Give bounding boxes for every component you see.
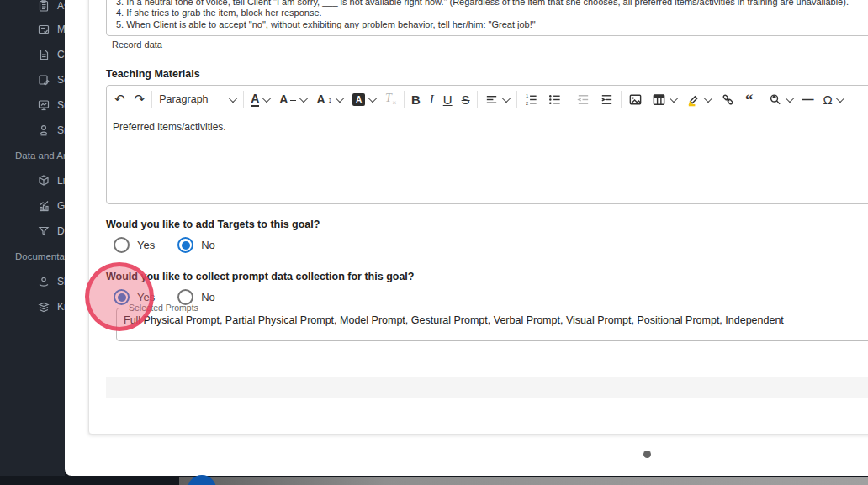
chevron-down-icon	[785, 93, 794, 103]
sidebar-item-sm[interactable]: Sm	[37, 124, 65, 137]
horizontal-rule-icon: —	[802, 92, 814, 106]
highlight-button[interactable]	[684, 89, 714, 109]
strikethrough-button[interactable]: S	[459, 89, 473, 109]
targets-no-label: No	[201, 239, 215, 251]
editor-content-area[interactable]: Preferred items/activities.	[107, 113, 868, 140]
record-data-text: Record data	[112, 40, 162, 50]
image-icon	[628, 92, 643, 107]
numbered-list-button[interactable]: 12	[521, 89, 541, 109]
omega-icon: Ω	[823, 92, 833, 107]
outdent-button[interactable]	[574, 89, 593, 109]
document-icon	[37, 48, 50, 61]
toolbar-separator	[151, 91, 152, 108]
background-window-bar	[179, 477, 868, 485]
targets-yes-radio[interactable]	[114, 237, 130, 253]
sidebar-item-label: Su	[57, 99, 65, 111]
clipboard-edit-icon	[37, 73, 50, 87]
horizontal-rule-button[interactable]: —	[800, 89, 817, 109]
paragraph-style-label: Paragraph	[159, 93, 208, 105]
line-height-button[interactable]: A↕	[314, 89, 346, 109]
sidebar-item-library[interactable]: Lib	[37, 174, 65, 187]
sidebar-item-sh[interactable]: Sh	[37, 275, 65, 288]
sidebar-item-supervision[interactable]: Su	[37, 98, 65, 112]
sidebar-item-curriculum[interactable]: Cu	[37, 48, 65, 61]
sidebar-item-label: As	[57, 0, 65, 12]
alignment-button[interactable]	[482, 89, 512, 109]
sidebar-item-label: Me	[57, 24, 65, 35]
funnel-icon	[37, 224, 50, 238]
targets-yes-label: Yes	[137, 239, 155, 251]
numbered-list-icon: 12	[524, 92, 538, 107]
goal-form-card: 3. In a neutral tone of voice, tell Clie…	[88, 0, 868, 435]
outdent-icon	[576, 92, 590, 107]
chevron-down-icon	[335, 93, 344, 103]
sidebar-item-assessments[interactable]: As	[37, 0, 65, 13]
toolbar-separator	[243, 91, 244, 108]
sidebar-item-graphs[interactable]: Gr	[37, 199, 65, 213]
sidebar-item-label: Lib	[57, 175, 65, 187]
insert-image-button[interactable]	[626, 89, 645, 109]
font-background-icon: A	[352, 93, 365, 106]
toolbar-separator	[516, 91, 517, 108]
indent-icon	[600, 92, 614, 107]
sidebar-section-data-analytics: Data and Ana	[15, 150, 65, 161]
toolbar-separator	[477, 91, 478, 108]
font-size-button[interactable]: A	[277, 89, 310, 109]
insert-table-button[interactable]	[649, 89, 680, 109]
underline-button[interactable]: U	[441, 89, 455, 109]
link-button[interactable]	[718, 89, 738, 109]
selected-prompts-label: Selected Prompts	[125, 303, 202, 313]
undo-button[interactable]: ↶	[112, 89, 128, 109]
protocol-text: 3. In a neutral tone of voice, tell Clie…	[116, 0, 849, 30]
sidebar-section-documentation: Documentati	[15, 251, 65, 261]
carousel-dot[interactable]	[643, 451, 651, 458]
font-color-button[interactable]: A	[248, 89, 273, 109]
sidebar-item-label: Sh	[57, 276, 65, 287]
svg-text:1: 1	[525, 93, 527, 98]
protocol-textarea[interactable]: 3. In a neutral tone of voice, tell Clie…	[106, 0, 868, 36]
remove-format-button[interactable]: T×	[383, 89, 400, 109]
sidebar: As Me Cu Se Su Sm Data and Ana Lib Gr Da…	[0, 0, 65, 476]
sidebar-item-me[interactable]: Me	[37, 23, 65, 36]
bold-button[interactable]: B	[409, 89, 423, 109]
protocol-line: 4. If she tries to grab the item, block …	[116, 8, 849, 19]
bar-chart-icon	[37, 199, 50, 213]
indent-button[interactable]	[597, 89, 617, 109]
bold-icon: B	[411, 92, 421, 107]
svg-text:2: 2	[525, 100, 527, 105]
prompt-no-label: No	[201, 291, 215, 303]
toolbar-separator	[404, 91, 405, 108]
italic-button[interactable]: I	[427, 89, 437, 109]
blockquote-button[interactable]: “	[742, 89, 761, 109]
card-check-icon	[37, 23, 50, 36]
font-background-button[interactable]: A	[350, 89, 378, 109]
chevron-down-icon	[501, 93, 511, 103]
sidebar-item-sessions[interactable]: Se	[37, 73, 65, 87]
find-replace-icon	[768, 92, 782, 107]
editor-toolbar: ↶ ↷ Paragraph A A A↕ A T× B I U S	[107, 86, 868, 113]
teaching-materials-editor: ↶ ↷ Paragraph A A A↕ A T× B I U S	[106, 85, 868, 204]
bulleted-list-button[interactable]	[545, 89, 564, 109]
align-left-icon	[484, 92, 499, 107]
clipboard-list-icon	[37, 0, 50, 13]
sidebar-item-knowledge[interactable]: Kn	[37, 300, 65, 314]
chevron-down-icon	[703, 93, 712, 103]
protocol-line: 5. When Client is able to accept "no", w…	[116, 19, 849, 31]
sidebar-item-label: Cu	[57, 49, 65, 61]
paragraph-style-dropdown[interactable]: Paragraph	[156, 89, 239, 109]
targets-no-radio[interactable]	[177, 237, 193, 253]
selected-prompts-field[interactable]: Selected Prompts Full Physical Prompt, P…	[116, 303, 868, 341]
undo-icon: ↶	[114, 92, 125, 107]
svg-text:“: “	[745, 92, 753, 107]
highlighter-icon	[686, 92, 701, 107]
font-size-icon: A	[279, 93, 288, 106]
find-replace-button[interactable]	[765, 89, 796, 109]
targets-radio-group: Yes No	[114, 237, 215, 253]
redo-button[interactable]: ↷	[132, 89, 148, 109]
special-characters-button[interactable]: Ω	[821, 89, 846, 109]
sidebar-item-data[interactable]: Da	[37, 224, 65, 238]
strikethrough-icon: S	[462, 92, 470, 107]
prompt-question-label: Would you like to collect prompt data co…	[106, 271, 414, 282]
remove-format-icon: T×	[385, 92, 397, 107]
package-icon	[37, 174, 50, 187]
